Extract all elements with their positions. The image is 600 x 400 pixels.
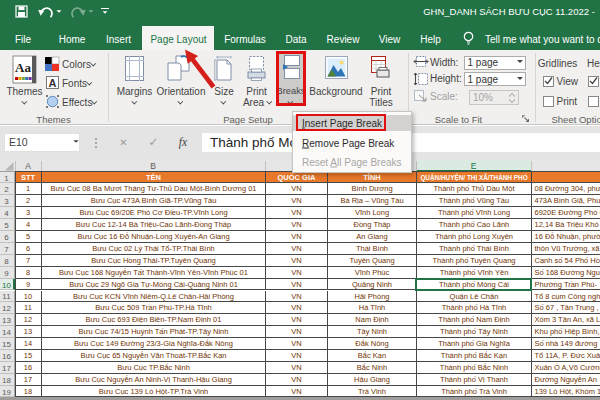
svg-text:Aa: Aa	[15, 60, 31, 75]
svg-text:A: A	[49, 77, 57, 89]
